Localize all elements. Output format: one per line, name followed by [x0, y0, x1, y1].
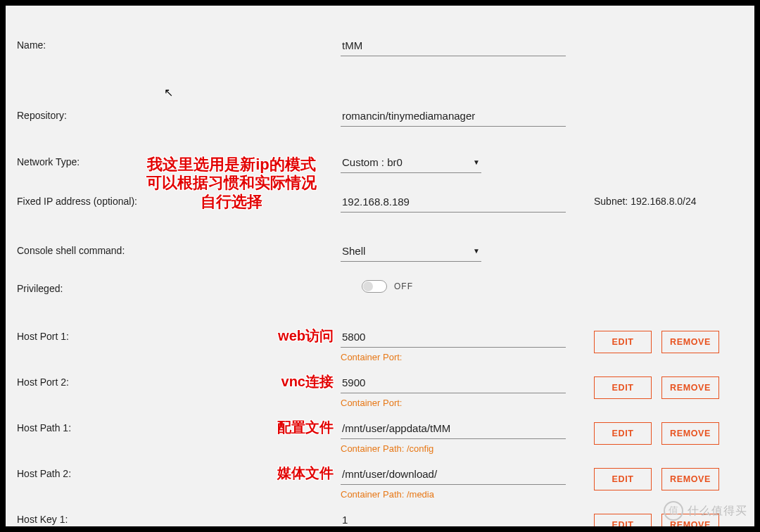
host-port-2-sub: Container Port: — [341, 398, 580, 408]
remove-button[interactable]: REMOVE — [661, 376, 719, 399]
edit-button[interactable]: EDIT — [594, 331, 652, 353]
edit-button[interactable]: EDIT — [594, 376, 652, 399]
toggle-knob — [363, 281, 373, 291]
privileged-label: Privileged: — [17, 280, 341, 294]
privileged-state: OFF — [394, 281, 413, 291]
annotation-port1: web访问 — [278, 327, 334, 346]
shell-label: Console shell command: — [17, 242, 341, 256]
host-path-2-label: Host Path 2: — [17, 468, 71, 479]
host-port-1-input[interactable] — [341, 328, 566, 348]
annotation-port2: vnc连接 — [281, 372, 334, 391]
host-port-2-label: Host Port 2: — [17, 376, 69, 388]
chevron-down-icon: ▼ — [473, 247, 480, 255]
shell-value: Shell — [342, 245, 365, 257]
host-port-1-label: Host Port 1: — [17, 331, 69, 342]
shell-select[interactable]: Shell ▼ — [341, 242, 481, 262]
annotation-path1: 配置文件 — [277, 418, 334, 437]
mouse-cursor-icon: ↖ — [164, 86, 173, 99]
network-type-value: Custom : br0 — [342, 156, 403, 168]
repository-label: Repository: — [17, 107, 341, 121]
host-key-1-input[interactable] — [341, 511, 566, 526]
network-type-label: Network Type: — [17, 153, 341, 167]
host-key-1-label: Host Key 1: — [17, 514, 68, 525]
host-port-2-input[interactable] — [341, 374, 566, 393]
host-path-2-input[interactable] — [341, 465, 566, 485]
fixed-ip-label: Fixed IP address (optional): — [17, 193, 341, 207]
name-label: Name: — [17, 37, 341, 51]
remove-button[interactable]: REMOVE — [661, 331, 719, 353]
name-input[interactable] — [341, 37, 566, 56]
host-port-1-sub: Container Port: — [341, 352, 580, 362]
edit-button[interactable]: EDIT — [594, 422, 652, 445]
watermark-icon: 值 — [664, 501, 683, 521]
privileged-toggle[interactable] — [362, 280, 387, 293]
host-path-1-input[interactable] — [341, 419, 566, 439]
config-form: Name: ↖ Repository: Network Type: Custom… — [6, 6, 754, 526]
remove-button[interactable]: REMOVE — [661, 422, 719, 445]
subnet-label: Subnet: 192.168.8.0/24 — [594, 196, 697, 207]
host-path-2-sub: Container Path: /media — [341, 489, 580, 500]
host-path-1-label: Host Path 1: — [17, 422, 71, 433]
edit-button[interactable]: EDIT — [594, 468, 652, 490]
remove-button[interactable]: REMOVE — [661, 468, 719, 490]
annotation-path2: 媒体文件 — [277, 464, 334, 483]
network-type-select[interactable]: Custom : br0 ▼ — [341, 153, 481, 173]
fixed-ip-input[interactable] — [341, 193, 566, 213]
watermark: 值 什么值得买 — [664, 501, 747, 521]
repository-input[interactable] — [341, 107, 566, 127]
edit-button[interactable]: EDIT — [594, 514, 652, 526]
host-path-1-sub: Container Path: /config — [341, 443, 580, 454]
chevron-down-icon: ▼ — [473, 158, 480, 166]
